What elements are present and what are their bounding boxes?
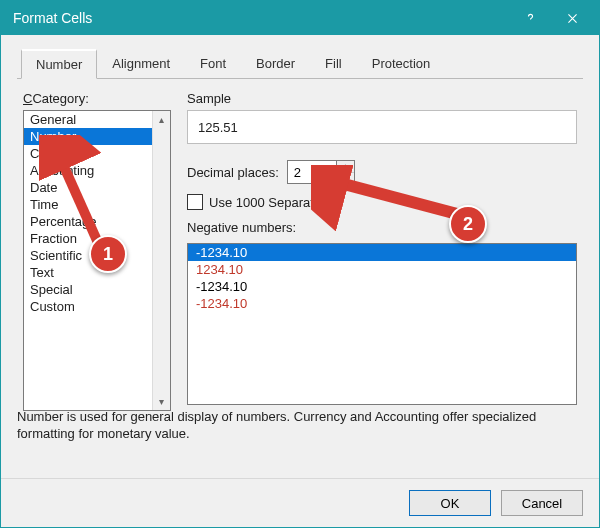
negative-label: Negative numbers: [187, 220, 577, 235]
close-icon [566, 12, 579, 25]
category-item-special[interactable]: Special [24, 281, 170, 298]
negative-item-1[interactable]: 1234.10 [188, 261, 576, 278]
help-icon [524, 12, 537, 25]
settings-column: Sample 125.51 Decimal places: ▲ ▼ [187, 91, 577, 411]
sample-group: Sample 125.51 [187, 91, 577, 144]
sample-label: Sample [187, 91, 577, 106]
category-item-number[interactable]: Number [24, 128, 170, 145]
category-scrollbar[interactable]: ▴ ▾ [152, 111, 170, 410]
category-column: CCategory: General Number Currency Accou… [23, 91, 171, 411]
separator-row: Use 1000 Separator (,) [187, 194, 577, 210]
category-list[interactable]: General Number Currency Accounting Date … [23, 110, 171, 411]
category-item-percentage[interactable]: Percentage [24, 213, 170, 230]
decimal-input[interactable] [288, 161, 336, 183]
tab-fill[interactable]: Fill [310, 49, 357, 79]
tab-alignment[interactable]: Alignment [97, 49, 185, 79]
sample-value-box: 125.51 [187, 110, 577, 144]
category-label: CCategory: [23, 91, 171, 106]
titlebar: Format Cells [1, 1, 599, 35]
decimal-spin-up[interactable]: ▲ [337, 161, 354, 173]
category-item-custom[interactable]: Custom [24, 298, 170, 315]
tabstrip: Number Alignment Font Border Fill Protec… [17, 49, 583, 79]
format-cells-dialog: Format Cells Number Alignment Font Borde… [0, 0, 600, 528]
dialog-footer: OK Cancel [1, 478, 599, 527]
decimal-label: Decimal places: [187, 165, 279, 180]
tab-font[interactable]: Font [185, 49, 241, 79]
category-item-text[interactable]: Text [24, 264, 170, 281]
decimal-spinner[interactable]: ▲ ▼ [287, 160, 355, 184]
ok-button[interactable]: OK [409, 490, 491, 516]
window-title: Format Cells [13, 10, 509, 26]
category-item-date[interactable]: Date [24, 179, 170, 196]
tab-panel-number: CCategory: General Number Currency Accou… [17, 79, 583, 411]
tab-border[interactable]: Border [241, 49, 310, 79]
decimal-spin-buttons: ▲ ▼ [336, 161, 354, 183]
dialog-body: Number Alignment Font Border Fill Protec… [1, 35, 599, 453]
category-item-currency[interactable]: Currency [24, 145, 170, 162]
sample-value: 125.51 [198, 120, 238, 135]
negative-item-3[interactable]: -1234.10 [188, 295, 576, 312]
help-button[interactable] [509, 1, 551, 35]
close-button[interactable] [551, 1, 593, 35]
separator-label: Use 1000 Separator (,) [209, 195, 341, 210]
tab-protection[interactable]: Protection [357, 49, 446, 79]
category-item-fraction[interactable]: Fraction [24, 230, 170, 247]
separator-checkbox[interactable] [187, 194, 203, 210]
category-item-general[interactable]: General [24, 111, 170, 128]
category-item-accounting[interactable]: Accounting [24, 162, 170, 179]
scroll-up-icon[interactable]: ▴ [153, 111, 170, 128]
decimal-row: Decimal places: ▲ ▼ [187, 160, 577, 184]
category-item-scientific[interactable]: Scientific [24, 247, 170, 264]
format-description: Number is used for general display of nu… [17, 409, 583, 443]
negative-item-2[interactable]: -1234.10 [188, 278, 576, 295]
decimal-spin-down[interactable]: ▼ [337, 173, 354, 184]
tab-number[interactable]: Number [21, 49, 97, 79]
scroll-down-icon[interactable]: ▾ [153, 393, 170, 410]
negative-list[interactable]: -1234.10 1234.10 -1234.10 -1234.10 [187, 243, 577, 405]
category-item-time[interactable]: Time [24, 196, 170, 213]
negative-item-0[interactable]: -1234.10 [188, 244, 576, 261]
cancel-button[interactable]: Cancel [501, 490, 583, 516]
